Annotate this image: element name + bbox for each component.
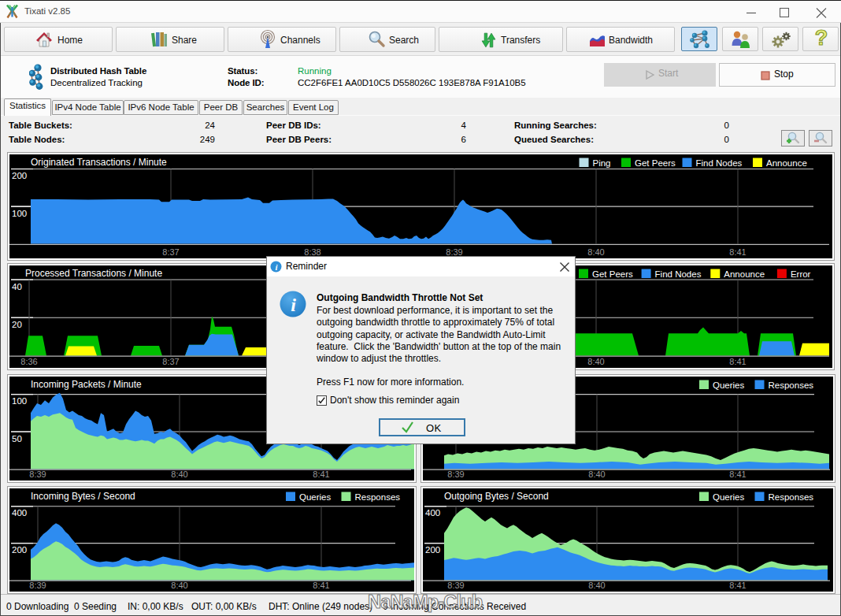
svg-text:8:36: 8:36 — [20, 357, 37, 366]
svg-text:40: 40 — [12, 282, 22, 291]
svg-text:Responses: Responses — [769, 380, 814, 390]
svg-text:8:39: 8:39 — [29, 469, 46, 479]
svg-text:400: 400 — [12, 508, 27, 518]
svg-text:8:40: 8:40 — [587, 247, 604, 257]
svg-text:Get Peers: Get Peers — [592, 269, 633, 279]
svg-text:Ping: Ping — [593, 158, 611, 168]
svg-text:200: 200 — [12, 171, 27, 180]
svg-text:8:39: 8:39 — [447, 469, 464, 479]
svg-text:8:40: 8:40 — [587, 357, 604, 366]
svg-text:20: 20 — [12, 320, 22, 329]
svg-text:Find Nodes: Find Nodes — [655, 269, 702, 279]
svg-text:100: 100 — [12, 396, 27, 406]
svg-text:Announce: Announce — [724, 269, 765, 279]
svg-text:200: 200 — [12, 545, 27, 555]
svg-text:Responses: Responses — [769, 492, 814, 502]
svg-text:i: i — [291, 295, 296, 315]
svg-text:Originated Transactions / Minu: Originated Transactions / Minute — [31, 157, 167, 168]
svg-text:8:41: 8:41 — [313, 581, 329, 590]
svg-text:8:37: 8:37 — [162, 357, 179, 366]
svg-text:8:39: 8:39 — [447, 581, 464, 590]
svg-text:50: 50 — [12, 434, 22, 443]
svg-text:8:41: 8:41 — [729, 357, 746, 366]
svg-text:Error: Error — [791, 269, 811, 279]
svg-text:Queries: Queries — [713, 380, 745, 390]
svg-text:Get Peers: Get Peers — [635, 158, 676, 168]
svg-text:Queries: Queries — [713, 492, 745, 502]
svg-text:8:41: 8:41 — [729, 469, 746, 479]
svg-text:8:40: 8:40 — [171, 469, 187, 479]
svg-text:8:41: 8:41 — [729, 581, 746, 590]
svg-text:Outgoing Bytes / Second: Outgoing Bytes / Second — [444, 491, 549, 502]
svg-text:8:41: 8:41 — [729, 247, 746, 257]
svg-text:Incoming Packets / Minute: Incoming Packets / Minute — [31, 379, 142, 390]
svg-text:8:40: 8:40 — [588, 469, 605, 479]
svg-text:Incoming Bytes / Second: Incoming Bytes / Second — [31, 491, 135, 502]
svg-text:Responses: Responses — [355, 492, 401, 502]
svg-text:8:41: 8:41 — [313, 469, 329, 479]
svg-text:Queries: Queries — [299, 492, 332, 502]
svg-text:400: 400 — [425, 508, 440, 518]
svg-text:100: 100 — [12, 209, 27, 218]
svg-text:8:39: 8:39 — [29, 581, 46, 590]
svg-text:Processed Transactions / Minut: Processed Transactions / Minute — [25, 268, 162, 279]
svg-text:Find Nodes: Find Nodes — [696, 158, 743, 168]
svg-text:8:40: 8:40 — [171, 581, 187, 590]
svg-text:8:37: 8:37 — [162, 247, 179, 257]
svg-text:200: 200 — [425, 545, 440, 555]
svg-text:8:40: 8:40 — [588, 581, 605, 590]
svg-text:Announce: Announce — [766, 158, 807, 168]
